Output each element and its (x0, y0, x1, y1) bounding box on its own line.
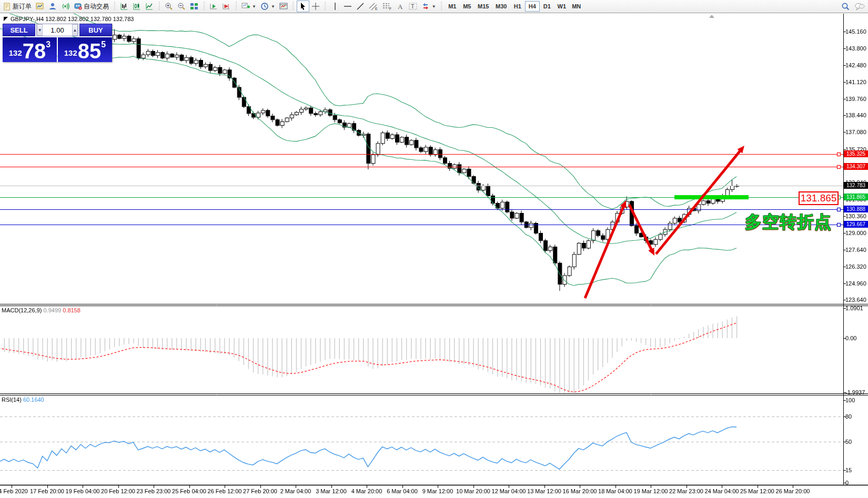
price-tick-label: 123.640 (845, 297, 866, 303)
cursor-icon (299, 2, 307, 11)
price-tag-label: 130.888 (844, 206, 868, 212)
charts-list-button[interactable] (34, 1, 46, 12)
volume-decrease-button[interactable]: ▼ (37, 24, 43, 36)
clock-icon (260, 2, 269, 11)
price-tick-label: 129.000 (845, 230, 866, 236)
bar-chart-icon (120, 2, 128, 11)
zoom-out-button[interactable] (175, 1, 188, 12)
fibonacci-icon: F (382, 2, 392, 11)
auto-scroll-button[interactable] (207, 1, 220, 12)
zoom-in-button[interactable] (163, 1, 175, 12)
auto-scroll-icon (209, 2, 218, 11)
new-order-button[interactable]: 新订单 (1, 1, 34, 12)
price-tick-label: 141.120 (845, 79, 866, 85)
search-button[interactable] (839, 1, 852, 12)
chart-canvas[interactable] (0, 0, 868, 498)
timeframe-button-m15[interactable]: M15 (475, 1, 492, 12)
buy-price-box[interactable]: 132855 (58, 37, 112, 62)
text-label-button[interactable]: T (407, 1, 419, 12)
chat-button[interactable] (852, 1, 867, 12)
price-tick-label: 137.080 (845, 129, 866, 135)
tile-windows-button[interactable] (188, 1, 200, 12)
toolbar-grip (234, 2, 238, 11)
timeframe-button-h4[interactable]: H4 (525, 1, 540, 12)
bar-chart-button[interactable] (118, 1, 130, 12)
signal-button[interactable] (59, 1, 72, 12)
sell-price-big: 78 (23, 43, 46, 60)
timeframe-button-w1[interactable]: W1 (554, 1, 569, 12)
dropdown-caret-icon: ▼ (271, 4, 275, 9)
timeframe-button-mn[interactable]: MN (569, 1, 584, 12)
price-tick-label: 130.360 (845, 213, 866, 219)
svg-text:F: F (389, 7, 391, 11)
trading-app-window: 新订单 自动交易 (0, 0, 868, 498)
price-tick-label: 145.160 (845, 28, 866, 35)
sell-price-sup: 3 (46, 40, 51, 49)
sell-button[interactable]: SELL (3, 24, 35, 36)
horizontal-line-icon (344, 3, 352, 10)
price-tag-label: 129.667 (844, 221, 868, 228)
timeframe-group: M1M5M15M30H1H4D1W1MN (445, 1, 584, 12)
rsi-scale-label: 100 (845, 397, 855, 403)
vertical-line-icon (331, 2, 339, 11)
svg-text:E: E (375, 7, 378, 11)
volume-stepper: ▼ ▲ (36, 24, 78, 36)
arrows-button[interactable]: ▼ (419, 1, 438, 12)
zoom-out-icon (177, 2, 186, 11)
dropdown-caret-icon: ▼ (432, 4, 436, 9)
timeframe-button-h1[interactable]: H1 (510, 1, 525, 12)
timeframe-button-m5[interactable]: M5 (460, 1, 475, 12)
toolbar-grip (113, 2, 116, 11)
search-icon (841, 2, 850, 11)
templates-button[interactable] (277, 1, 290, 12)
profile-icon (48, 2, 57, 11)
new-chart-button[interactable]: ▼ (239, 1, 258, 12)
sell-price-box[interactable]: 132783 (3, 37, 57, 62)
trendline-icon (356, 2, 365, 11)
one-click-trade-panel: SELL ▼ ▲ BUY 132783 132855 (3, 24, 112, 62)
timeframe-button-m1[interactable]: M1 (445, 1, 460, 12)
rsi-scale-label: 80 (845, 413, 852, 420)
buy-button[interactable]: BUY (79, 24, 112, 36)
macd-scale-label: 1.0901 (845, 305, 863, 311)
timeframe-button-m30[interactable]: M30 (492, 1, 510, 12)
line-chart-button[interactable] (143, 1, 156, 12)
chart-shift-button[interactable] (220, 1, 233, 12)
toolbar-grip (440, 2, 443, 11)
toolbar-grip (202, 2, 206, 11)
macd-indicator-label: MACD(12,26,9) 0.9499 0.8158 (2, 307, 80, 313)
scroll-position-icon (709, 15, 714, 18)
price-tick-label: 127.640 (845, 247, 866, 253)
new-order-icon (3, 3, 11, 11)
trendline-button[interactable] (354, 1, 367, 12)
fibonacci-button[interactable]: F (380, 1, 394, 12)
cursor-button[interactable] (297, 1, 309, 12)
volume-input[interactable] (43, 24, 72, 36)
period-clock-button[interactable]: ▼ (258, 1, 277, 12)
text-a-icon: A (397, 2, 404, 11)
charts-list-icon (36, 2, 44, 11)
chart-ohlc-readout: GBPJPY-,H4 132.802 132.802 132.780 132.7… (4, 16, 134, 22)
horizontal-line-button[interactable] (341, 1, 354, 12)
chat-icon (854, 2, 865, 11)
price-tick-label: 126.320 (845, 263, 866, 270)
svg-text:T: T (411, 3, 415, 9)
vertical-line-button[interactable] (329, 1, 341, 12)
macd-signal-value: 0.8158 (63, 307, 80, 313)
timeframe-button-d1[interactable]: D1 (540, 1, 554, 12)
toolbar-grip (291, 2, 295, 11)
text-button[interactable]: A (394, 1, 407, 12)
volume-increase-button[interactable]: ▲ (72, 24, 78, 36)
price-tick-label: 124.960 (845, 280, 866, 287)
crosshair-button[interactable] (309, 1, 322, 12)
price-tag-label: 131.865 (844, 194, 868, 200)
profile-button[interactable] (46, 1, 59, 12)
equidistant-channel-button[interactable]: E (367, 1, 380, 12)
candlestick-chart-button[interactable] (130, 1, 143, 12)
toolbar-grip (324, 2, 327, 11)
new-chart-icon (241, 2, 250, 11)
auto-trading-button[interactable]: 自动交易 (72, 1, 111, 12)
time-axis-label: 26 Mar 20:00 (768, 488, 818, 494)
symbol-title: GBPJPY-,H4 132.802 132.802 132.780 132.7… (11, 16, 134, 22)
support-price-annotation: 131.865 (799, 191, 839, 205)
